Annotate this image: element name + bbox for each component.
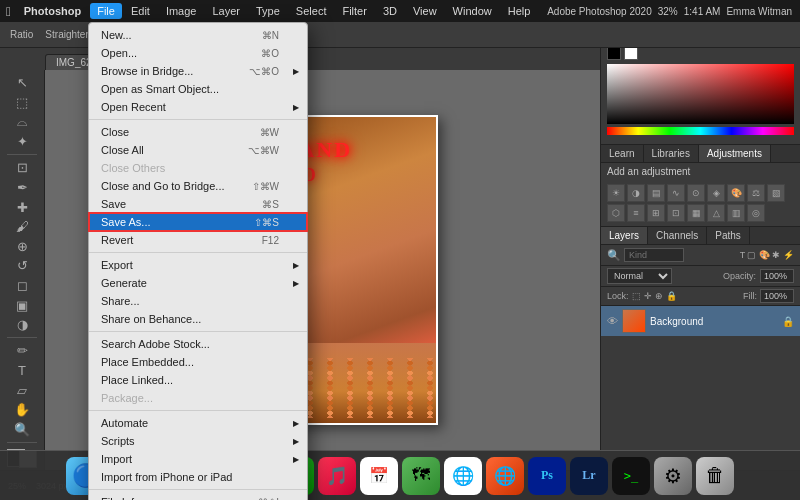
eyedropper-tool-icon[interactable]: ✒ — [10, 179, 34, 197]
hsl-adj-icon[interactable]: 🎨 — [727, 184, 745, 202]
selective-color-adj-icon[interactable]: ◎ — [747, 204, 765, 222]
heal-tool-icon[interactable]: ✚ — [10, 198, 34, 216]
pen-tool-icon[interactable]: ✏ — [10, 342, 34, 360]
tab-learn[interactable]: Learn — [601, 145, 644, 162]
tab-libraries[interactable]: Libraries — [644, 145, 699, 162]
lock-position-icon[interactable]: ✛ — [644, 291, 652, 301]
contrast-adj-icon[interactable]: ◑ — [627, 184, 645, 202]
zoom-tool-icon[interactable]: 🔍 — [10, 421, 34, 439]
dock-calendar-icon[interactable]: 📅 — [360, 457, 398, 495]
stamp-tool-icon[interactable]: ⊕ — [10, 237, 34, 255]
menu-package[interactable]: Package... — [89, 389, 307, 407]
black-swatch[interactable] — [607, 46, 621, 60]
menu-browse-bridge[interactable]: Browse in Bridge... ⌥⌘O — [89, 62, 307, 80]
tab-adjustments[interactable]: Adjustments — [699, 145, 771, 162]
photo-filter-adj-icon[interactable]: ⬡ — [607, 204, 625, 222]
menu-save-as[interactable]: Save As... ⇧⌘S — [89, 213, 307, 231]
blend-mode-select[interactable]: Normal — [607, 268, 672, 284]
shape-tool-icon[interactable]: ▱ — [10, 381, 34, 399]
lock-artboard-icon[interactable]: ⊕ — [655, 291, 663, 301]
tab-paths[interactable]: Paths — [707, 227, 750, 244]
menu-revert[interactable]: Revert F12 — [89, 231, 307, 249]
dock-photoshop-icon[interactable]: Ps — [528, 457, 566, 495]
menu-item-select[interactable]: Select — [289, 3, 334, 19]
dock-music-icon[interactable]: 🎵 — [318, 457, 356, 495]
gradient-map-adj-icon[interactable]: ▥ — [727, 204, 745, 222]
eraser-tool-icon[interactable]: ◻ — [10, 277, 34, 295]
dock-chrome-icon[interactable]: 🌐 — [444, 457, 482, 495]
dodge-tool-icon[interactable]: ◑ — [10, 316, 34, 334]
move-tool-icon[interactable]: ↖ — [10, 74, 34, 92]
menu-open-smart[interactable]: Open as Smart Object... — [89, 80, 307, 98]
color-spectrum-bar[interactable] — [607, 127, 794, 135]
menu-close-bridge[interactable]: Close and Go to Bridge... ⇧⌘W — [89, 177, 307, 195]
brush-tool-icon[interactable]: 🖌 — [10, 218, 34, 236]
exposure-adj-icon[interactable]: ⊙ — [687, 184, 705, 202]
menu-generate[interactable]: Generate — [89, 274, 307, 292]
gradient-tool-icon[interactable]: ▣ — [10, 296, 34, 314]
posterize-adj-icon[interactable]: ▦ — [687, 204, 705, 222]
history-tool-icon[interactable]: ↺ — [10, 257, 34, 275]
menu-close-all[interactable]: Close All ⌥⌘W — [89, 141, 307, 159]
channel-mixer-adj-icon[interactable]: ≡ — [627, 204, 645, 222]
menu-close-others[interactable]: Close Others — [89, 159, 307, 177]
curves-adj-icon[interactable]: ∿ — [667, 184, 685, 202]
menu-save[interactable]: Save ⌘S — [89, 195, 307, 213]
colorbalance-adj-icon[interactable]: ⚖ — [747, 184, 765, 202]
menu-export[interactable]: Export — [89, 256, 307, 274]
menu-close[interactable]: Close ⌘W — [89, 123, 307, 141]
menu-automate[interactable]: Automate — [89, 414, 307, 432]
menu-item-view[interactable]: View — [406, 3, 444, 19]
vibrance-adj-icon[interactable]: ◈ — [707, 184, 725, 202]
tab-channels[interactable]: Channels — [648, 227, 707, 244]
layers-search-input[interactable] — [624, 248, 684, 262]
dock-arc-icon[interactable]: 🌐 — [486, 457, 524, 495]
menu-item-help[interactable]: Help — [501, 3, 538, 19]
dock-terminal-icon[interactable]: >_ — [612, 457, 650, 495]
menu-import[interactable]: Import — [89, 450, 307, 468]
menu-item-type[interactable]: Type — [249, 3, 287, 19]
opacity-input[interactable] — [760, 269, 794, 283]
menu-import-iphone[interactable]: Import from iPhone or iPad — [89, 468, 307, 486]
lock-all-icon[interactable]: 🔒 — [666, 291, 677, 301]
menu-item-window[interactable]: Window — [446, 3, 499, 19]
apple-logo-icon[interactable]:  — [6, 4, 11, 19]
background-layer[interactable]: 👁 Background 🔒 — [601, 306, 800, 336]
dock-lightroom-icon[interactable]: Lr — [570, 457, 608, 495]
menu-file-info[interactable]: File Info... ⌥⌘⇧I — [89, 493, 307, 500]
selection-tool-icon[interactable]: ⬚ — [10, 94, 34, 112]
menu-item-photoshop[interactable]: Photoshop — [17, 3, 88, 19]
color-gradient-box[interactable] — [607, 64, 794, 124]
levels-adj-icon[interactable]: ▤ — [647, 184, 665, 202]
bw-adj-icon[interactable]: ▧ — [767, 184, 785, 202]
layer-visibility-icon[interactable]: 👁 — [607, 315, 618, 327]
menu-item-file[interactable]: File — [90, 3, 122, 19]
menu-item-3d[interactable]: 3D — [376, 3, 404, 19]
menu-share[interactable]: Share... — [89, 292, 307, 310]
dock-trash-icon[interactable]: 🗑 — [696, 457, 734, 495]
menu-item-image[interactable]: Image — [159, 3, 204, 19]
menu-new[interactable]: New... ⌘N — [89, 26, 307, 44]
tab-layers[interactable]: Layers — [601, 227, 648, 244]
hand-tool-icon[interactable]: ✋ — [10, 401, 34, 419]
threshold-adj-icon[interactable]: △ — [707, 204, 725, 222]
menu-item-layer[interactable]: Layer — [205, 3, 247, 19]
options-ratio[interactable]: Ratio — [6, 27, 37, 42]
text-tool-icon[interactable]: T — [10, 362, 34, 380]
lock-pixels-icon[interactable]: ⬚ — [632, 291, 641, 301]
dock-settings-icon[interactable]: ⚙ — [654, 457, 692, 495]
options-straighten[interactable]: Straighten — [41, 27, 95, 42]
color-lookup-adj-icon[interactable]: ⊞ — [647, 204, 665, 222]
menu-open-recent[interactable]: Open Recent — [89, 98, 307, 116]
white-swatch[interactable] — [624, 46, 638, 60]
menu-share-behance[interactable]: Share on Behance... — [89, 310, 307, 328]
menu-search-stock[interactable]: Search Adobe Stock... — [89, 335, 307, 353]
crop-tool-icon[interactable]: ⊡ — [10, 159, 34, 177]
menu-open[interactable]: Open... ⌘O — [89, 44, 307, 62]
menu-scripts[interactable]: Scripts — [89, 432, 307, 450]
fill-input[interactable] — [760, 289, 794, 303]
dock-maps-icon[interactable]: 🗺 — [402, 457, 440, 495]
invert-adj-icon[interactable]: ⊡ — [667, 204, 685, 222]
menu-place-embedded[interactable]: Place Embedded... — [89, 353, 307, 371]
menu-place-linked[interactable]: Place Linked... — [89, 371, 307, 389]
